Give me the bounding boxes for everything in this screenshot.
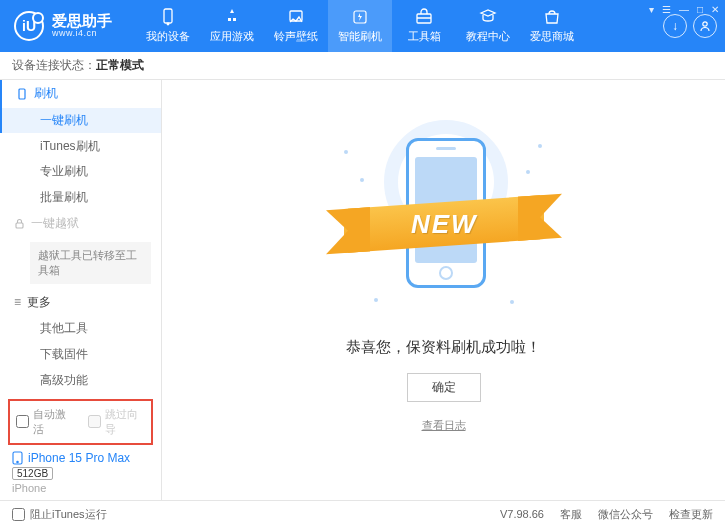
store-icon: [543, 8, 561, 26]
sidebar-item-itunes[interactable]: iTunes刷机: [0, 133, 161, 159]
nav-apps[interactable]: 应用游戏: [200, 0, 264, 52]
sidebar-group-title: 刷机: [34, 85, 58, 102]
skip-wizard-checkbox[interactable]: 跳过向导: [88, 407, 146, 437]
nav-flash[interactable]: 智能刷机: [328, 0, 392, 52]
sidebar-group-more[interactable]: ≡ 更多: [0, 288, 161, 316]
sidebar: 刷机 一键刷机 iTunes刷机 专业刷机 批量刷机 一键越狱 越狱工具已转移至…: [0, 80, 162, 500]
nav-label: 应用游戏: [210, 29, 254, 44]
sidebar-group-title: 一键越狱: [31, 215, 79, 232]
device-info: iPhone 15 Pro Max 512GB iPhone: [0, 447, 161, 500]
sidebar-group-title: 更多: [27, 294, 51, 311]
nav-store[interactable]: 爱思商城: [520, 0, 584, 52]
status-label: 设备连接状态：: [12, 57, 96, 74]
svg-rect-6: [19, 89, 25, 99]
svg-rect-0: [164, 9, 172, 23]
nav-label: 爱思商城: [530, 29, 574, 44]
footer-link-support[interactable]: 客服: [560, 507, 582, 522]
menu-icon[interactable]: ▾: [649, 4, 654, 15]
user-button[interactable]: [693, 14, 717, 38]
sidebar-item-advanced[interactable]: 高级功能: [0, 367, 161, 393]
logo-area: iU 爱思助手 www.i4.cn: [0, 11, 126, 41]
sidebar-item-pro[interactable]: 专业刷机: [0, 159, 161, 185]
svg-point-1: [167, 23, 169, 25]
footer: 阻止iTunes运行 V7.98.66 客服 微信公众号 检查更新: [0, 500, 725, 527]
nav-label: 智能刷机: [338, 29, 382, 44]
more-icon: ≡: [14, 295, 21, 309]
svg-point-5: [703, 22, 707, 26]
nav-my-device[interactable]: 我的设备: [136, 0, 200, 52]
footer-link-wechat[interactable]: 微信公众号: [598, 507, 653, 522]
phone-icon: [12, 451, 23, 465]
flash-icon: [351, 8, 369, 26]
device-storage: 512GB: [12, 467, 53, 480]
device-icon: [159, 8, 177, 26]
device-name: iPhone 15 Pro Max: [28, 451, 130, 465]
nav-tutorials[interactable]: 教程中心: [456, 0, 520, 52]
nav-label: 教程中心: [466, 29, 510, 44]
sidebar-group-jailbreak: 一键越狱: [0, 210, 161, 238]
sidebar-item-other[interactable]: 其他工具: [0, 316, 161, 342]
nav-toolbox[interactable]: 工具箱: [392, 0, 456, 52]
nav-label: 工具箱: [408, 29, 441, 44]
nav-label: 我的设备: [146, 29, 190, 44]
block-itunes-checkbox[interactable]: 阻止iTunes运行: [12, 507, 107, 522]
logo-icon: iU: [14, 11, 44, 41]
device-type: iPhone: [12, 482, 149, 494]
version-label: V7.98.66: [500, 508, 544, 520]
toolbox-icon: [415, 8, 433, 26]
success-illustration: NEW: [334, 120, 554, 310]
view-log-link[interactable]: 查看日志: [422, 418, 466, 433]
flash-small-icon: [16, 88, 28, 100]
tutorial-icon: [479, 8, 497, 26]
svg-rect-7: [16, 223, 23, 228]
nav-label: 铃声壁纸: [274, 29, 318, 44]
ribbon-text: NEW: [410, 209, 477, 240]
nav-ringtones[interactable]: 铃声壁纸: [264, 0, 328, 52]
success-message: 恭喜您，保资料刷机成功啦！: [346, 338, 541, 357]
jailbreak-note: 越狱工具已转移至工具箱: [30, 242, 151, 285]
status-value: 正常模式: [96, 57, 144, 74]
status-bar: 设备连接状态： 正常模式: [0, 52, 725, 80]
download-button[interactable]: ↓: [663, 14, 687, 38]
sidebar-item-download[interactable]: 下载固件: [0, 342, 161, 368]
ok-button[interactable]: 确定: [407, 373, 481, 402]
main-content: NEW 恭喜您，保资料刷机成功啦！ 确定 查看日志: [162, 80, 725, 500]
footer-link-update[interactable]: 检查更新: [669, 507, 713, 522]
lock-icon: [14, 218, 25, 229]
top-nav: 我的设备 应用游戏 铃声壁纸 智能刷机 工具箱 教程中心 爱思商城: [136, 0, 584, 52]
apps-icon: [223, 8, 241, 26]
svg-point-9: [17, 461, 18, 462]
sidebar-item-oneclick[interactable]: 一键刷机: [0, 108, 161, 134]
auto-activate-checkbox[interactable]: 自动激活: [16, 407, 74, 437]
app-url: www.i4.cn: [52, 29, 112, 39]
app-title: 爱思助手: [52, 13, 112, 30]
sidebar-group-flash[interactable]: 刷机: [0, 80, 161, 108]
ringtone-icon: [287, 8, 305, 26]
sidebar-item-batch[interactable]: 批量刷机: [0, 185, 161, 211]
options-highlight-box: 自动激活 跳过向导: [8, 399, 153, 445]
